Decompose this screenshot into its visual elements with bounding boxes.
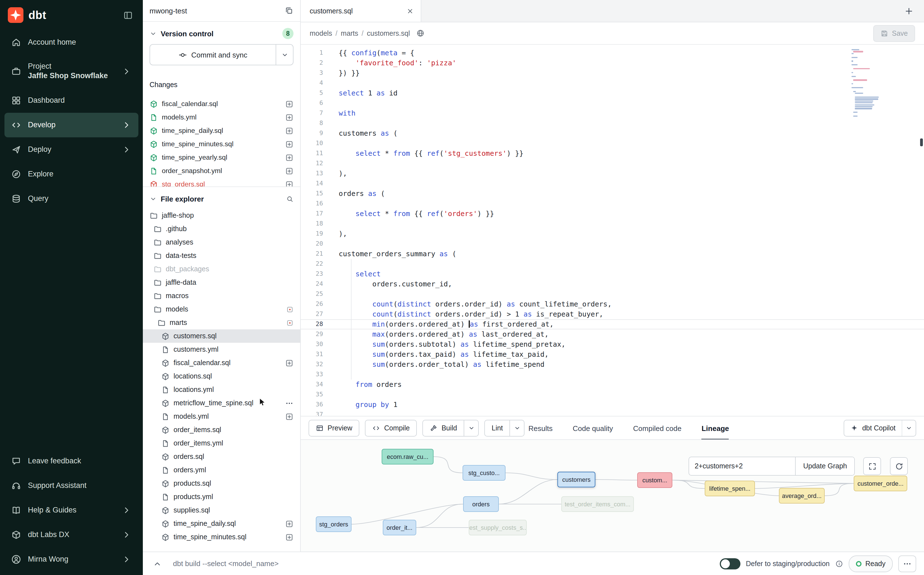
code-line-34[interactable]: 34 from orders [301,380,924,390]
code-line-16[interactable]: 16 [301,199,924,209]
code-line-32[interactable]: 32 sum(orders.order_total) as lifetime_s… [301,359,924,370]
code-line-29[interactable]: 29 max(orders.ordered_at) as last_ordere… [301,329,924,340]
lint-options-button[interactable] [510,420,525,437]
stage-file-icon[interactable] [285,533,293,541]
tree-item-macros[interactable]: macros [143,289,300,303]
code-line-28[interactable]: 28 min(orders.ordered_at) as first_order… [301,319,924,329]
tree-item-models[interactable]: models [143,303,300,316]
cli-command-input[interactable]: dbt build --select <model_name> [173,559,279,568]
sidebar-item-leave-feedback[interactable]: Leave feedback [5,449,138,473]
preview-button[interactable]: Preview [309,420,360,437]
lineage-node-test-supply-costs[interactable]: test_supply_costs_s... [469,520,527,535]
code-line-27[interactable]: 27 count(distinct orders.order_id) > 1 a… [301,309,924,319]
tab-lineage[interactable]: Lineage [702,416,729,440]
code-line-3[interactable]: 3}) }} [301,68,924,78]
stage-file-icon[interactable] [285,167,293,175]
stage-file-icon[interactable] [285,519,293,528]
sidebar-item-dbt-labs-dx[interactable]: dbt Labs DX [5,523,138,547]
code-line-11[interactable]: 11 select * from {{ ref('stg_customers')… [301,148,924,159]
sidebar-item-user[interactable]: Mirna Wong [5,547,138,572]
lineage-node-custom-pink[interactable]: custom... [637,472,672,488]
code-line-5[interactable]: 5select 1 as id [301,88,924,98]
defer-toggle[interactable] [720,558,740,569]
code-line-35[interactable]: 35 [301,390,924,400]
tree-item-orders.yml[interactable]: orders.yml [143,463,300,477]
editor-minimap[interactable] [851,49,892,130]
changed-file-time_spine_minutes.sql[interactable]: time_spine_minutes.sql [143,137,300,151]
breadcrumb-item-models[interactable]: models [310,29,332,37]
build-button[interactable]: Build [423,420,464,437]
copilot-options-button[interactable] [902,420,916,436]
version-control-header[interactable]: Version control 8 [143,26,300,41]
sidebar-item-dashboard[interactable]: Dashboard [5,88,138,113]
lineage-node-test-order-items[interactable]: test_order_items_com... [561,496,634,512]
lineage-node-average-order[interactable]: average_ord... [779,488,825,504]
stage-file-icon[interactable] [285,180,293,187]
tree-item-jaffle-data[interactable]: jaffle-data [143,276,300,289]
code-line-30[interactable]: 30 sum(orders.subtotal) as lifetime_spen… [301,340,924,349]
changed-file-fiscal_calendar.sql[interactable]: fiscal_calendar.sql [143,97,300,111]
lineage-node-stg-orders[interactable]: stg_orders [316,516,352,532]
stage-file-icon[interactable] [285,140,293,148]
tree-item-order_items.sql[interactable]: order_items.sql [143,423,300,437]
file-menu-icon[interactable] [285,399,293,407]
code-line-17[interactable]: 17 select * from {{ ref('orders') }} [301,209,924,219]
tree-item-customers.yml[interactable]: customers.yml [143,343,300,356]
tab-code-quality[interactable]: Code quality [573,416,613,440]
tree-item-supplies.sql[interactable]: supplies.sql [143,504,300,517]
sidebar-item-explore[interactable]: Explore [5,162,138,186]
code-line-23[interactable]: 23 select [301,269,924,279]
changed-file-order_snapshot.yml[interactable]: order_snapshot.yml [143,164,300,178]
stage-file-icon[interactable] [285,359,293,367]
sidebar-item-help-guides[interactable]: Help & Guides [5,498,138,523]
save-button[interactable]: Save [873,25,915,41]
compile-button[interactable]: Compile [365,420,417,437]
lineage-node-ecom-raw[interactable]: ecom.raw_cu... [382,449,434,464]
tab-compiled-code[interactable]: Compiled code [633,416,681,440]
stage-file-icon[interactable] [285,126,293,135]
tree-item-jaffle-shop[interactable]: jaffle-shop [143,209,300,222]
ide-status-button[interactable]: Ready [849,555,893,572]
lineage-selector-input[interactable] [689,457,796,475]
lineage-node-stg-customers[interactable]: stg_custo... [463,465,506,481]
lineage-node-lifetime-spend[interactable]: lifetime_spen... [705,481,755,496]
tree-item-products.sql[interactable]: products.sql [143,477,300,490]
code-line-13[interactable]: 13), [301,168,924,179]
changed-file-models.yml[interactable]: models.yml [143,111,300,124]
sidebar-item-project[interactable]: ProjectJaffle Shop Snowflake [5,55,138,88]
code-line-9[interactable]: 9customers as ( [301,129,924,138]
commit-options-button[interactable] [276,44,293,65]
code-line-14[interactable]: 14 [301,179,924,189]
search-files-icon[interactable] [286,195,293,202]
sidebar-item-account-home[interactable]: Account home [5,30,138,55]
changed-file-time_spine_yearly.sql[interactable]: time_spine_yearly.sql [143,151,300,164]
code-line-2[interactable]: 2 'favorite_food': 'pizza' [301,58,924,68]
tree-item-models.yml[interactable]: models.yml [143,410,300,423]
sidebar-item-query[interactable]: Query [5,186,138,211]
changed-file-time_spine_daily.sql[interactable]: time_spine_daily.sql [143,124,300,137]
collapse-sidebar-button[interactable] [120,8,135,22]
code-line-37[interactable]: 37 [301,410,924,416]
code-line-25[interactable]: 25 [301,289,924,299]
code-line-6[interactable]: 6 [301,98,924,108]
code-line-33[interactable]: 33 [301,370,924,380]
code-line-7[interactable]: 7with [301,108,924,118]
tree-item-products.yml[interactable]: products.yml [143,490,300,504]
tree-item-fiscal_calendar.sql[interactable]: fiscal_calendar.sql [143,356,300,370]
lineage-node-order-items[interactable]: order_it... [383,520,416,535]
breadcrumb-item-marts[interactable]: marts [341,29,358,37]
stage-file-icon[interactable] [285,153,293,162]
commit-and-sync-button[interactable]: Commit and sync [149,44,293,65]
stage-file-icon[interactable] [285,100,293,108]
lineage-node-customers[interactable]: customers [558,472,595,488]
code-line-31[interactable]: 31 sum(orders.tax_paid) as lifetime_tax_… [301,349,924,359]
tree-item-customers.sql[interactable]: customers.sql [143,329,300,343]
copy-branch-icon[interactable] [285,6,293,15]
breadcrumb-item-customers.sql[interactable]: customers.sql [367,29,410,37]
code-line-12[interactable]: 12 [301,159,924,168]
tab-customers-sql[interactable]: customers.sql [301,0,421,22]
changed-file-stg_orders.sql[interactable]: stg_orders.sql [143,178,300,187]
close-tab-icon[interactable] [406,7,414,15]
code-line-10[interactable]: 10 [301,138,924,148]
more-options-button[interactable] [898,555,916,572]
